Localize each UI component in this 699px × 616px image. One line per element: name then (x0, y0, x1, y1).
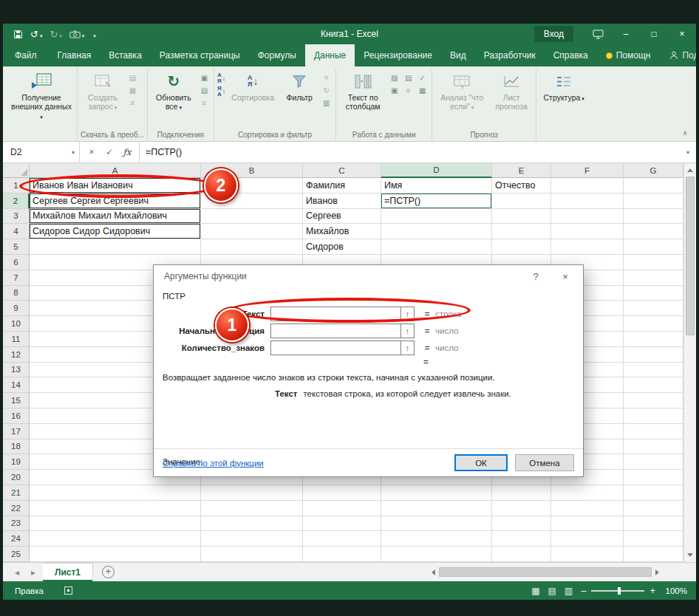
help-link[interactable]: Справка по этой функции (163, 459, 454, 468)
cell-C21[interactable] (303, 485, 381, 501)
cell-F22[interactable] (551, 501, 624, 516)
zoom-in-icon[interactable]: + (649, 586, 655, 595)
cell-G8[interactable] (624, 286, 683, 301)
row-header-10[interactable]: 10 (3, 316, 30, 332)
cell-G16[interactable] (624, 408, 683, 424)
formula-input[interactable]: =ПСТР() (140, 142, 680, 162)
properties-icon[interactable]: ▤ (198, 85, 211, 96)
macro-record-icon[interactable] (64, 586, 72, 595)
outline-button[interactable]: Структура (539, 69, 588, 103)
row-header-19[interactable]: 19 (3, 454, 30, 470)
cell-G17[interactable] (624, 424, 683, 439)
zoom-level[interactable]: 100% (664, 586, 687, 595)
from-table-icon[interactable]: ▦ (126, 85, 139, 96)
sort-az-icon[interactable]: АЯ↓ (217, 72, 225, 84)
page-layout-view-icon[interactable]: ▤ (548, 586, 556, 596)
row-header-1[interactable]: 1 (3, 178, 30, 194)
tab-Разработчик[interactable]: Разработчик (475, 44, 545, 66)
cell-G11[interactable] (624, 332, 683, 347)
cell-C4[interactable]: Михайлов (303, 224, 381, 239)
cell-D25[interactable] (381, 547, 492, 562)
text-to-columns-button[interactable]: Текст по столбцам (339, 69, 386, 112)
dialog-help-icon[interactable]: ? (521, 265, 550, 287)
clear-filter-icon[interactable]: × (320, 72, 333, 83)
cell-F2[interactable] (551, 194, 624, 209)
data-validation-icon[interactable]: ✓ (416, 72, 429, 83)
column-header-C[interactable]: C (303, 163, 381, 178)
cell-G12[interactable] (624, 347, 683, 363)
cell-G4[interactable] (624, 224, 683, 239)
cell-E22[interactable] (492, 501, 551, 516)
customize-toolbar-icon[interactable] (92, 30, 96, 39)
row-header-7[interactable]: 7 (3, 270, 30, 286)
save-icon[interactable] (13, 30, 23, 39)
manage-data-model-icon[interactable]: ▦ (416, 85, 429, 96)
range-picker-icon-1[interactable]: ↑ (400, 307, 415, 321)
cell-D3[interactable] (381, 209, 492, 225)
row-header-5[interactable]: 5 (3, 239, 30, 255)
row-header-14[interactable]: 14 (3, 377, 30, 393)
cell-E25[interactable] (492, 547, 551, 562)
cell-D1[interactable]: Имя (381, 178, 492, 194)
ok-button[interactable]: ОК (454, 454, 508, 471)
cell-A2[interactable]: Сергеев Сергей Сергеевич (30, 194, 201, 209)
cell-C24[interactable] (303, 531, 381, 547)
cell-G10[interactable] (624, 316, 683, 332)
cancel-button[interactable]: Отмена (515, 454, 574, 471)
cell-C5[interactable]: Сидоров (303, 239, 381, 255)
row-header-23[interactable]: 23 (3, 516, 30, 532)
cell-C23[interactable] (303, 516, 381, 532)
cell-D24[interactable] (381, 531, 492, 547)
cell-B25[interactable] (201, 547, 303, 562)
horizontal-scrollbar[interactable] (429, 566, 662, 578)
cell-A22[interactable] (30, 501, 201, 516)
horizontal-scroll-thumb[interactable] (439, 567, 652, 577)
name-box-caret-icon[interactable]: ▾ (72, 149, 75, 156)
dialog-title-bar[interactable]: Аргументы функции ? × (154, 265, 583, 287)
cell-E21[interactable] (492, 485, 551, 501)
tab-Рецензирование[interactable]: Рецензирование (355, 44, 441, 66)
cell-G18[interactable] (624, 439, 683, 455)
row-header-24[interactable]: 24 (3, 531, 30, 547)
flash-fill-icon[interactable]: ▨ (388, 72, 400, 83)
row-header-22[interactable]: 22 (3, 501, 30, 516)
cell-E24[interactable] (492, 531, 551, 547)
cell-A24[interactable] (30, 531, 201, 547)
tab-Справка[interactable]: Справка (545, 44, 597, 66)
row-header-4[interactable]: 4 (3, 224, 30, 239)
column-header-G[interactable]: G (624, 163, 683, 178)
row-header-6[interactable]: 6 (3, 255, 30, 270)
cell-A25[interactable] (30, 547, 201, 562)
recent-sources-icon[interactable]: ≡ (126, 97, 139, 109)
display-settings-icon[interactable] (584, 24, 612, 44)
edit-links-icon[interactable]: ≡ (198, 97, 211, 109)
scroll-right-icon[interactable] (655, 569, 662, 575)
sort-za-icon[interactable]: ЯА↑ (217, 86, 225, 97)
prev-sheet-icon[interactable]: ◂ (10, 567, 24, 578)
cell-E4[interactable] (492, 224, 551, 239)
sheet-tab-list1[interactable]: Лист1 (43, 563, 93, 581)
cell-G23[interactable] (624, 516, 683, 532)
select-all-corner[interactable] (3, 163, 30, 178)
sort-button[interactable]: АЯ↓ Сортировка (227, 69, 279, 103)
cell-G13[interactable] (624, 363, 683, 378)
row-header-17[interactable]: 17 (3, 424, 30, 439)
cell-B5[interactable] (201, 239, 303, 255)
next-sheet-icon[interactable]: ▸ (27, 567, 40, 578)
cell-G15[interactable] (624, 393, 683, 408)
cell-G20[interactable] (624, 470, 683, 485)
cell-C1[interactable]: Фамилия (303, 178, 381, 194)
cell-G2[interactable] (624, 194, 683, 209)
cell-C22[interactable] (303, 501, 381, 516)
get-external-data-button[interactable]: Получение внешних данных (9, 69, 74, 121)
tab-Главная[interactable]: Главная (49, 44, 100, 66)
forecast-sheet-button[interactable]: Лист прогноза (490, 69, 533, 112)
row-header-16[interactable]: 16 (3, 408, 30, 424)
row-header-11[interactable]: 11 (3, 332, 30, 347)
tab-Формулы[interactable]: Формулы (249, 44, 305, 66)
zoom-slider-thumb[interactable] (618, 587, 621, 595)
cell-G14[interactable] (624, 377, 683, 393)
row-header-20[interactable]: 20 (3, 470, 30, 485)
cell-G25[interactable] (624, 547, 683, 562)
cell-F23[interactable] (551, 516, 624, 532)
